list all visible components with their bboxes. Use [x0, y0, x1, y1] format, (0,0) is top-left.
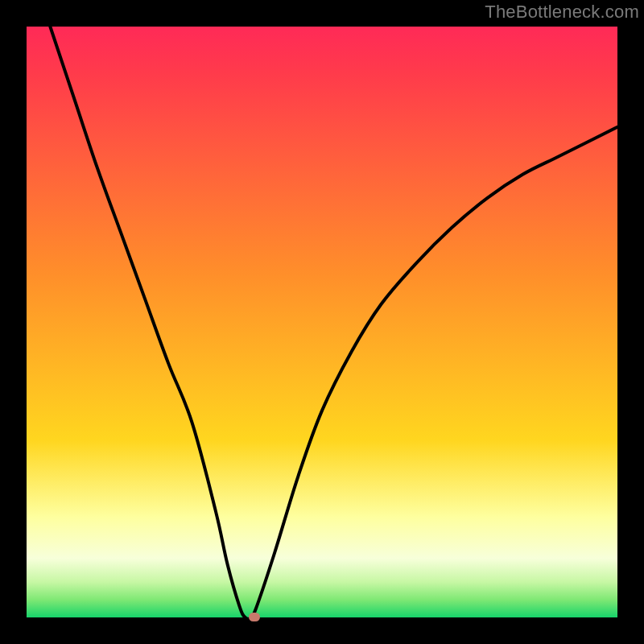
- optimal-point-marker: [249, 613, 260, 621]
- chart-frame: TheBottleneck.com: [0, 0, 644, 644]
- watermark-text: TheBottleneck.com: [485, 2, 639, 23]
- bottleneck-curve: [27, 27, 617, 617]
- chart-plot-area: [27, 27, 617, 617]
